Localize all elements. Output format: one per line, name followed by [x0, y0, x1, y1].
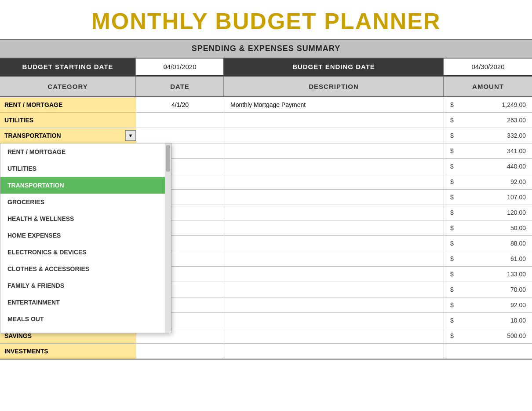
amount-value: 107.00 [507, 194, 526, 201]
budget-end-label: BUDGET ENDING DATE [224, 59, 444, 75]
cell-category: INVESTMENTS [0, 344, 136, 359]
dropdown-item[interactable]: UTILITIES [0, 160, 165, 177]
dropdown-item[interactable]: ENTERTAINMENT [0, 294, 165, 311]
budget-start-label: BUDGET STARTING DATE [0, 59, 136, 75]
col-header-description: DESCRIPTION [224, 77, 444, 96]
cell-amount: $70.00 [444, 282, 532, 297]
table-header: CATEGORY DATE DESCRIPTION AMOUNT [0, 76, 532, 97]
category-text: TRANSPORTATION [4, 132, 61, 139]
amount-value: 500.00 [507, 332, 526, 339]
table-row: TRANSPORTATION ▼ RENT / MORTGAGEUTILITIE… [0, 128, 532, 143]
amount-dollar: $ [450, 332, 454, 339]
cell-amount: $1,249.00 [444, 97, 532, 112]
amount-dollar: $ [450, 194, 454, 201]
cell-amount: $440.00 [444, 159, 532, 174]
dropdown-list: RENT / MORTGAGEUTILITIESTRANSPORTATIONGR… [0, 143, 165, 333]
amount-dollar: $ [450, 255, 454, 262]
dropdown-item[interactable]: HEALTH & WELLNESS [0, 210, 165, 227]
cell-description: Monthly Mortgage Payment [224, 97, 444, 112]
amount-dollar: $ [450, 224, 454, 231]
amount-value: 88.00 [510, 240, 526, 247]
amount-value: 120.00 [507, 209, 526, 216]
cell-amount: $133.00 [444, 267, 532, 282]
amount-dollar: $ [450, 209, 454, 216]
category-text: SAVINGS [4, 332, 32, 339]
amount-dollar: $ [450, 301, 454, 308]
cell-description [224, 282, 444, 297]
scrollbar-thumb[interactable] [166, 145, 170, 172]
subtitle-bar: SPENDING & EXPENSES SUMMARY [0, 39, 532, 59]
cell-description [224, 267, 444, 282]
cell-amount: $10.00 [444, 313, 532, 328]
amount-value: 10.00 [510, 317, 526, 324]
dropdown-item[interactable]: MEALS OUT [0, 311, 165, 327]
cell-description [224, 159, 444, 174]
category-dropdown-button[interactable]: ▼ [125, 130, 136, 141]
dropdown-popup: RENT / MORTGAGEUTILITIESTRANSPORTATIONGR… [0, 143, 171, 333]
dropdown-item[interactable]: FAMILY & FRIENDS [0, 277, 165, 294]
amount-value: 61.00 [510, 255, 526, 262]
budget-start-value: 04/01/2020 [136, 59, 224, 75]
cell-category: TRANSPORTATION ▼ RENT / MORTGAGEUTILITIE… [0, 128, 136, 143]
amount-value: 341.00 [507, 147, 526, 154]
table-row: RENT / MORTGAGE 4/1/20 Monthly Mortgage … [0, 97, 532, 113]
cell-amount: $107.00 [444, 190, 532, 205]
cell-description [224, 113, 444, 128]
category-text: UTILITIES [4, 117, 33, 124]
cell-date [136, 113, 224, 128]
dropdown-item[interactable]: RENT / MORTGAGE [0, 143, 165, 160]
amount-dollar: $ [450, 132, 454, 139]
col-header-amount: AMOUNT [444, 77, 532, 96]
category-text: INVESTMENTS [4, 348, 48, 355]
amount-value: 440.00 [507, 163, 526, 170]
main-title: MONTHLY BUDGET PLANNER [0, 0, 532, 39]
cell-amount [444, 344, 532, 359]
dropdown-item[interactable]: GROCERIES [0, 194, 165, 210]
amount-dollar: $ [450, 147, 454, 154]
amount-value: 263.00 [507, 117, 526, 124]
cell-description [224, 220, 444, 235]
amount-value: 1,249.00 [502, 101, 526, 108]
date-row: BUDGET STARTING DATE 04/01/2020 BUDGET E… [0, 59, 532, 76]
category-text: RENT / MORTGAGE [4, 101, 62, 108]
page-wrapper: MONTHLY BUDGET PLANNER SPENDING & EXPENS… [0, 0, 532, 360]
amount-value: 133.00 [507, 271, 526, 278]
amount-dollar: $ [450, 163, 454, 170]
cell-description [224, 344, 444, 359]
amount-value: 92.00 [510, 301, 526, 308]
amount-dollar: $ [450, 240, 454, 247]
amount-value: 92.00 [510, 178, 526, 185]
cell-category: UTILITIES [0, 113, 136, 128]
budget-end-value: 04/30/2020 [444, 59, 532, 75]
amount-dollar: $ [450, 178, 454, 185]
amount-value: 70.00 [510, 286, 526, 293]
cell-date: 4/1/20 [136, 97, 224, 112]
cell-description [224, 143, 444, 158]
cell-amount: $88.00 [444, 236, 532, 251]
cell-description [224, 328, 444, 343]
dropdown-item[interactable]: HOME EXPENSES [0, 227, 165, 244]
dropdown-item[interactable]: TRAVEL [0, 327, 165, 333]
cell-description [224, 190, 444, 205]
col-header-category: CATEGORY [0, 77, 136, 96]
cell-amount: $120.00 [444, 205, 532, 220]
cell-amount: $50.00 [444, 220, 532, 235]
cell-category: RENT / MORTGAGE [0, 97, 136, 112]
cell-description [224, 297, 444, 312]
cell-description [224, 128, 444, 143]
amount-value: 332.00 [507, 132, 526, 139]
amount-dollar: $ [450, 271, 454, 278]
amount-value: 50.00 [510, 224, 526, 231]
dropdown-scrollbar[interactable] [165, 143, 171, 333]
cell-date [136, 128, 224, 143]
cell-amount: $500.00 [444, 328, 532, 343]
cell-description [224, 236, 444, 251]
dropdown-item[interactable]: TRANSPORTATION [0, 177, 165, 194]
table-body: RENT / MORTGAGE 4/1/20 Monthly Mortgage … [0, 97, 532, 360]
cell-amount: $92.00 [444, 297, 532, 312]
dropdown-item[interactable]: ELECTRONICS & DEVICES [0, 244, 165, 261]
dropdown-item[interactable]: CLOTHES & ACCESSORIES [0, 261, 165, 277]
amount-dollar: $ [450, 317, 454, 324]
cell-amount: $341.00 [444, 143, 532, 158]
amount-dollar: $ [450, 286, 454, 293]
